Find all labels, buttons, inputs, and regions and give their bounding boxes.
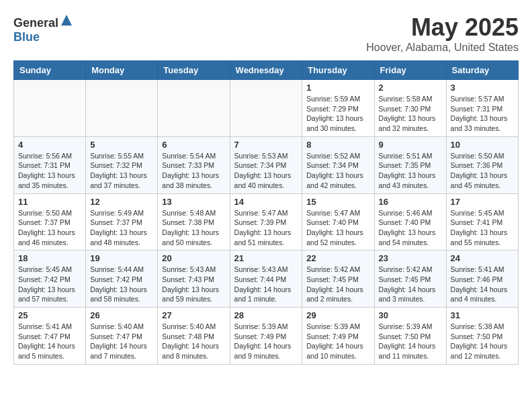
- day-info: Sunrise: 5:49 AMSunset: 7:37 PMDaylight:…: [90, 208, 153, 248]
- day-number: 11: [18, 197, 81, 207]
- calendar-day: [14, 80, 86, 137]
- day-number: 28: [234, 310, 298, 320]
- day-number: 3: [451, 83, 514, 93]
- calendar-day: 1Sunrise: 5:59 AMSunset: 7:29 PMDaylight…: [302, 80, 374, 137]
- day-header-tuesday: Tuesday: [158, 61, 230, 80]
- day-number: 5: [90, 140, 153, 150]
- calendar-day: 18Sunrise: 5:45 AMSunset: 7:42 PMDayligh…: [14, 250, 86, 308]
- calendar-day: 21Sunrise: 5:43 AMSunset: 7:44 PMDayligh…: [230, 250, 302, 308]
- calendar-day: 7Sunrise: 5:53 AMSunset: 7:34 PMDaylight…: [230, 136, 302, 193]
- calendar-day: 25Sunrise: 5:41 AMSunset: 7:47 PMDayligh…: [14, 308, 86, 365]
- day-number: 30: [379, 310, 442, 320]
- calendar-day: 11Sunrise: 5:50 AMSunset: 7:37 PMDayligh…: [14, 193, 86, 250]
- page-header: General Blue May 2025 Hoover, Alabama, U…: [13, 13, 519, 54]
- day-header-thursday: Thursday: [302, 61, 374, 80]
- day-info: Sunrise: 5:51 AMSunset: 7:35 PMDaylight:…: [379, 151, 442, 191]
- day-info: Sunrise: 5:53 AMSunset: 7:34 PMDaylight:…: [234, 151, 298, 191]
- calendar-day: 12Sunrise: 5:49 AMSunset: 7:37 PMDayligh…: [86, 193, 158, 250]
- day-info: Sunrise: 5:59 AMSunset: 7:29 PMDaylight:…: [306, 94, 369, 134]
- calendar-day: 15Sunrise: 5:47 AMSunset: 7:40 PMDayligh…: [302, 193, 374, 250]
- logo: General Blue: [13, 13, 73, 44]
- day-number: 6: [162, 140, 225, 150]
- day-number: 18: [18, 253, 81, 263]
- calendar-day: 20Sunrise: 5:43 AMSunset: 7:43 PMDayligh…: [158, 250, 230, 308]
- calendar-day: [158, 80, 230, 137]
- day-info: Sunrise: 5:39 AMSunset: 7:49 PMDaylight:…: [234, 322, 298, 361]
- calendar-week-3: 11Sunrise: 5:50 AMSunset: 7:37 PMDayligh…: [14, 193, 519, 250]
- calendar-day: 8Sunrise: 5:52 AMSunset: 7:34 PMDaylight…: [302, 136, 374, 193]
- day-number: 9: [379, 140, 442, 150]
- calendar-day: 19Sunrise: 5:44 AMSunset: 7:42 PMDayligh…: [86, 250, 158, 308]
- day-info: Sunrise: 5:39 AMSunset: 7:50 PMDaylight:…: [379, 322, 442, 361]
- calendar-day: 5Sunrise: 5:55 AMSunset: 7:32 PMDaylight…: [86, 136, 158, 193]
- day-header-wednesday: Wednesday: [230, 61, 302, 80]
- day-header-saturday: Saturday: [446, 61, 518, 80]
- logo-text: General Blue: [13, 13, 73, 44]
- day-number: 4: [18, 140, 81, 150]
- calendar-day: 30Sunrise: 5:39 AMSunset: 7:50 PMDayligh…: [374, 308, 446, 365]
- day-info: Sunrise: 5:50 AMSunset: 7:37 PMDaylight:…: [18, 208, 81, 248]
- calendar-week-5: 25Sunrise: 5:41 AMSunset: 7:47 PMDayligh…: [14, 308, 519, 365]
- day-info: Sunrise: 5:46 AMSunset: 7:40 PMDaylight:…: [379, 208, 442, 248]
- day-header-friday: Friday: [374, 61, 446, 80]
- calendar-day: 27Sunrise: 5:40 AMSunset: 7:48 PMDayligh…: [158, 308, 230, 365]
- day-info: Sunrise: 5:43 AMSunset: 7:43 PMDaylight:…: [162, 265, 225, 304]
- day-number: 22: [306, 253, 369, 263]
- day-number: 12: [90, 197, 153, 207]
- logo-icon: [60, 13, 73, 27]
- day-number: 26: [90, 310, 153, 320]
- calendar-day: 28Sunrise: 5:39 AMSunset: 7:49 PMDayligh…: [230, 308, 302, 365]
- day-info: Sunrise: 5:41 AMSunset: 7:47 PMDaylight:…: [18, 322, 81, 361]
- day-header-sunday: Sunday: [14, 61, 86, 80]
- day-info: Sunrise: 5:58 AMSunset: 7:30 PMDaylight:…: [379, 94, 442, 134]
- day-number: 15: [306, 197, 369, 207]
- calendar-week-1: 1Sunrise: 5:59 AMSunset: 7:29 PMDaylight…: [14, 80, 519, 137]
- calendar-day: 14Sunrise: 5:47 AMSunset: 7:39 PMDayligh…: [230, 193, 302, 250]
- day-info: Sunrise: 5:54 AMSunset: 7:33 PMDaylight:…: [162, 151, 225, 191]
- calendar-day: 24Sunrise: 5:41 AMSunset: 7:46 PMDayligh…: [446, 250, 518, 308]
- day-number: 19: [90, 253, 153, 263]
- calendar-day: 9Sunrise: 5:51 AMSunset: 7:35 PMDaylight…: [374, 136, 446, 193]
- day-number: 23: [379, 253, 442, 263]
- logo-general: General: [13, 16, 58, 30]
- day-number: 13: [162, 197, 225, 207]
- calendar-day: 6Sunrise: 5:54 AMSunset: 7:33 PMDaylight…: [158, 136, 230, 193]
- calendar-table: SundayMondayTuesdayWednesdayThursdayFrid…: [13, 60, 519, 365]
- day-number: 21: [234, 253, 298, 263]
- day-number: 20: [162, 253, 225, 263]
- day-number: 14: [234, 197, 298, 207]
- day-info: Sunrise: 5:45 AMSunset: 7:42 PMDaylight:…: [18, 265, 81, 304]
- title-section: May 2025 Hoover, Alabama, United States: [366, 13, 519, 54]
- day-info: Sunrise: 5:41 AMSunset: 7:46 PMDaylight:…: [451, 265, 514, 304]
- day-number: 7: [234, 140, 298, 150]
- day-number: 25: [18, 310, 81, 320]
- calendar-week-4: 18Sunrise: 5:45 AMSunset: 7:42 PMDayligh…: [14, 250, 519, 308]
- day-info: Sunrise: 5:47 AMSunset: 7:40 PMDaylight:…: [306, 208, 369, 248]
- calendar-header-row: SundayMondayTuesdayWednesdayThursdayFrid…: [14, 61, 519, 80]
- calendar-day: 13Sunrise: 5:48 AMSunset: 7:38 PMDayligh…: [158, 193, 230, 250]
- day-info: Sunrise: 5:50 AMSunset: 7:36 PMDaylight:…: [451, 151, 514, 191]
- day-number: 16: [379, 197, 442, 207]
- day-number: 24: [451, 253, 514, 263]
- day-info: Sunrise: 5:45 AMSunset: 7:41 PMDaylight:…: [451, 208, 514, 248]
- day-number: 31: [451, 310, 514, 320]
- day-info: Sunrise: 5:43 AMSunset: 7:44 PMDaylight:…: [234, 265, 298, 304]
- day-info: Sunrise: 5:42 AMSunset: 7:45 PMDaylight:…: [306, 265, 369, 304]
- calendar-day: 23Sunrise: 5:42 AMSunset: 7:45 PMDayligh…: [374, 250, 446, 308]
- calendar-day: [230, 80, 302, 137]
- calendar-day: 2Sunrise: 5:58 AMSunset: 7:30 PMDaylight…: [374, 80, 446, 137]
- day-number: 8: [306, 140, 369, 150]
- calendar-day: 10Sunrise: 5:50 AMSunset: 7:36 PMDayligh…: [446, 136, 518, 193]
- day-info: Sunrise: 5:40 AMSunset: 7:48 PMDaylight:…: [162, 322, 225, 361]
- calendar-day: 17Sunrise: 5:45 AMSunset: 7:41 PMDayligh…: [446, 193, 518, 250]
- day-number: 29: [306, 310, 369, 320]
- day-info: Sunrise: 5:40 AMSunset: 7:47 PMDaylight:…: [90, 322, 153, 361]
- day-info: Sunrise: 5:47 AMSunset: 7:39 PMDaylight:…: [234, 208, 298, 248]
- svg-marker-0: [61, 15, 72, 26]
- day-info: Sunrise: 5:55 AMSunset: 7:32 PMDaylight:…: [90, 151, 153, 191]
- calendar-day: 3Sunrise: 5:57 AMSunset: 7:31 PMDaylight…: [446, 80, 518, 137]
- day-info: Sunrise: 5:52 AMSunset: 7:34 PMDaylight:…: [306, 151, 369, 191]
- day-number: 27: [162, 310, 225, 320]
- day-info: Sunrise: 5:44 AMSunset: 7:42 PMDaylight:…: [90, 265, 153, 304]
- day-header-monday: Monday: [86, 61, 158, 80]
